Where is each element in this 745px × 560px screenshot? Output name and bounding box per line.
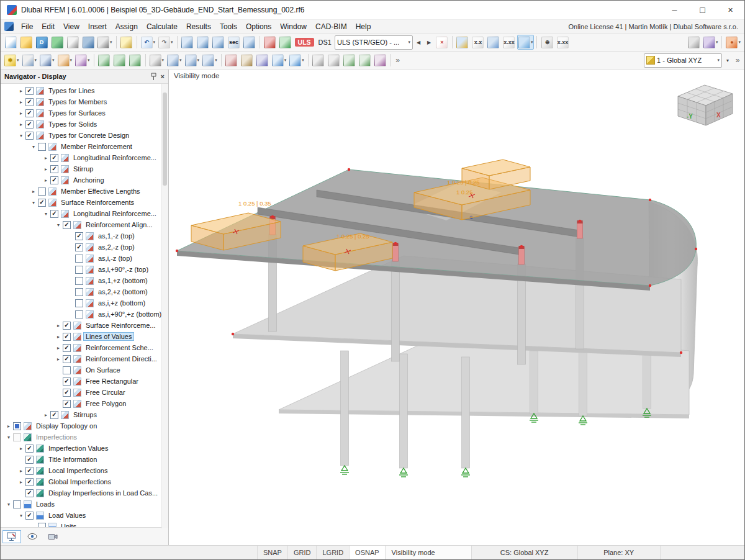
- tree-item-label[interactable]: as,i,+z (bottom): [96, 299, 147, 307]
- mirror-objects-dropdown[interactable]: ▾: [215, 58, 217, 63]
- tree-expander[interactable]: ▸: [17, 122, 25, 127]
- connect-members-button[interactable]: [224, 53, 239, 68]
- new-node-button[interactable]: ✱▾: [3, 53, 20, 68]
- tree-item-label[interactable]: Member Reinforcement: [59, 143, 134, 150]
- tree-item-label[interactable]: as,i,+90°,+z (bottom): [96, 310, 163, 318]
- menu-options[interactable]: Options: [242, 22, 276, 32]
- tree-item-reinforcement-directi[interactable]: ▸✓Reinforcement Directi...: [1, 353, 161, 364]
- tree-checkbox[interactable]: [38, 187, 46, 196]
- menu-insert[interactable]: Insert: [84, 22, 111, 32]
- new-line-button[interactable]: ▾: [21, 53, 38, 68]
- delete-results-button[interactable]: ×: [435, 35, 449, 50]
- tree-item-imperfections[interactable]: ▾Imperfections: [1, 431, 161, 443]
- tree-item-display-topology-on[interactable]: ▸Display Topology on: [1, 420, 161, 431]
- tree-checkbox[interactable]: [38, 523, 46, 528]
- coordinate-system-dropdown-button[interactable]: ▾: [723, 53, 733, 67]
- object-numbering-button[interactable]: ▾: [271, 53, 288, 68]
- tree-item-global-imperfections[interactable]: ▸✓Global Imperfections: [1, 476, 161, 487]
- rendering-mode-dropdown[interactable]: ▾: [738, 40, 741, 45]
- calculate-all-button[interactable]: [263, 35, 278, 50]
- work-plane-button[interactable]: [311, 53, 326, 68]
- tree-checkbox[interactable]: ✓: [63, 322, 71, 330]
- network-project-button[interactable]: [50, 35, 65, 50]
- tree-checkbox[interactable]: ✓: [25, 512, 34, 520]
- tree-item-types-for-lines[interactable]: ▸✓Types for Lines: [1, 85, 161, 96]
- tree-checkbox[interactable]: ✓: [25, 456, 34, 464]
- new-member-button[interactable]: ▾: [38, 53, 56, 68]
- table-model-data-button[interactable]: [180, 35, 195, 50]
- navigator-pin-icon[interactable]: [151, 73, 156, 81]
- tree-expander[interactable]: ▸: [17, 446, 25, 451]
- tree-item-label[interactable]: Display Imperfections in Load Cas...: [47, 489, 160, 497]
- tree-expander[interactable]: ▾: [42, 211, 50, 217]
- zoom-by-window-button[interactable]: ⊕: [540, 35, 554, 50]
- tree-item-surface-reinforcements[interactable]: ▾✓Surface Reinforcements: [1, 197, 161, 208]
- tree-checkbox[interactable]: [75, 299, 83, 307]
- tree-expander[interactable]: ▾: [54, 222, 63, 228]
- new-surface-dropdown[interactable]: ▾: [70, 58, 73, 63]
- new-surface-button[interactable]: ▾: [56, 53, 74, 68]
- tree-checkbox[interactable]: ✓: [63, 344, 71, 352]
- result-filter-button[interactable]: [455, 35, 470, 50]
- tree-checkbox[interactable]: ✓: [25, 120, 34, 129]
- display-settings-button[interactable]: ▾: [288, 53, 305, 68]
- undo-button[interactable]: ↶▾: [140, 35, 157, 50]
- smooth-results-button[interactable]: [486, 35, 501, 50]
- tree-checkbox[interactable]: ✓: [50, 154, 58, 162]
- tree-checkbox[interactable]: ✓: [63, 377, 71, 386]
- table-load-data-button[interactable]: [196, 35, 210, 50]
- tree-item-label[interactable]: Reinforcement Sche...: [84, 344, 155, 351]
- tree-item-label[interactable]: Types for Solids: [47, 120, 99, 128]
- tree-checkbox[interactable]: ✓: [25, 445, 34, 453]
- menu-results[interactable]: Results: [182, 22, 215, 32]
- print-graphic-dropdown[interactable]: ▾: [110, 40, 112, 45]
- tree-item-label[interactable]: Stirrups: [71, 411, 99, 418]
- section-view-button[interactable]: [342, 53, 357, 68]
- toolbar-overflow[interactable]: »: [733, 56, 742, 65]
- tree-expander[interactable]: ▸: [54, 323, 63, 328]
- new-solid-button[interactable]: ▾: [74, 53, 91, 68]
- tree-item-reinforcement-sche[interactable]: ▸✓Reinforcement Sche...: [1, 342, 161, 353]
- redo-button[interactable]: ↷▾: [157, 35, 174, 50]
- tree-item-label[interactable]: Types for Members: [47, 98, 109, 106]
- status-toggle-lgrid[interactable]: LGRID: [317, 546, 350, 559]
- tree-checkbox[interactable]: ✓: [25, 98, 34, 106]
- save-view-button[interactable]: [687, 35, 702, 50]
- tree-item-label[interactable]: Reinforcement Align...: [84, 221, 155, 228]
- menu-edit[interactable]: Edit: [37, 22, 59, 32]
- tree-item-display-imperfections-in-load-cas[interactable]: ✓Display Imperfections in Load Cas...: [1, 487, 161, 499]
- tree-expander[interactable]: ▸: [17, 479, 25, 485]
- new-member-hinge-button[interactable]: [128, 53, 143, 68]
- tree-item-label[interactable]: Global Imperfections: [47, 478, 113, 485]
- tree-item-imperfection-values[interactable]: ▸✓Imperfection Values: [1, 443, 161, 454]
- move-copy-button[interactable]: ▾: [166, 53, 183, 68]
- rotate-objects-button[interactable]: ▾: [184, 53, 201, 68]
- mirror-objects-button[interactable]: ▾: [201, 53, 219, 68]
- object-numbering-dropdown[interactable]: ▾: [284, 58, 287, 63]
- load-combination-combo[interactable]: ULS (STR/GEO) - ...▾: [335, 35, 413, 50]
- tree-checkbox[interactable]: ✓: [63, 221, 71, 229]
- tree-expander[interactable]: ▸: [42, 178, 50, 183]
- menu-file[interactable]: File: [17, 22, 37, 32]
- tree-item-as-i-90-z-bottom[interactable]: as,i,+90°,+z (bottom): [1, 309, 161, 320]
- tree-expander[interactable]: ▸: [42, 412, 50, 418]
- menu-help[interactable]: Help: [351, 22, 376, 32]
- dlubal-center-button[interactable]: D: [34, 35, 49, 50]
- tree-item-local-imperfections[interactable]: ▸✓Local Imperfections: [1, 465, 161, 476]
- control-panel-button[interactable]: ▾: [517, 35, 535, 50]
- tree-item-label[interactable]: Surface Reinforceme...: [84, 322, 158, 329]
- printout-report-button[interactable]: [119, 35, 134, 50]
- tree-item-label[interactable]: Anchoring: [71, 176, 106, 184]
- calculation-check-button[interactable]: [278, 35, 293, 50]
- tree-item-label[interactable]: Member Effective Lengths: [59, 187, 142, 195]
- tree-checkbox[interactable]: [75, 255, 83, 263]
- tree-item-as-i-90-z-top[interactable]: as,i,+90°,-z (top): [1, 264, 161, 275]
- tree-checkbox[interactable]: [75, 310, 83, 318]
- status-toggle-osnap[interactable]: OSNAP: [350, 546, 386, 559]
- tree-checkbox[interactable]: ✓: [25, 109, 34, 117]
- tree-expander[interactable]: ▾: [4, 435, 13, 440]
- tree-checkbox[interactable]: ✓: [25, 467, 34, 475]
- tree-expander[interactable]: ▾: [29, 200, 38, 205]
- tree-item-label[interactable]: Loads: [34, 500, 56, 508]
- tree-item-types-for-concrete-design[interactable]: ▾✓Types for Concrete Design: [1, 130, 161, 141]
